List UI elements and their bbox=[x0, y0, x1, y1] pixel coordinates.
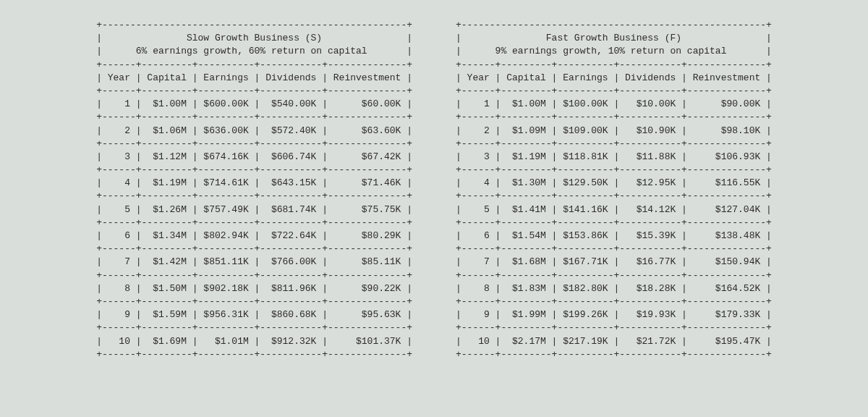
table-fast-growth: +---------------------------------------… bbox=[456, 19, 772, 361]
tables-container: +---------------------------------------… bbox=[0, 0, 868, 361]
table-slow-growth: +---------------------------------------… bbox=[96, 19, 412, 361]
